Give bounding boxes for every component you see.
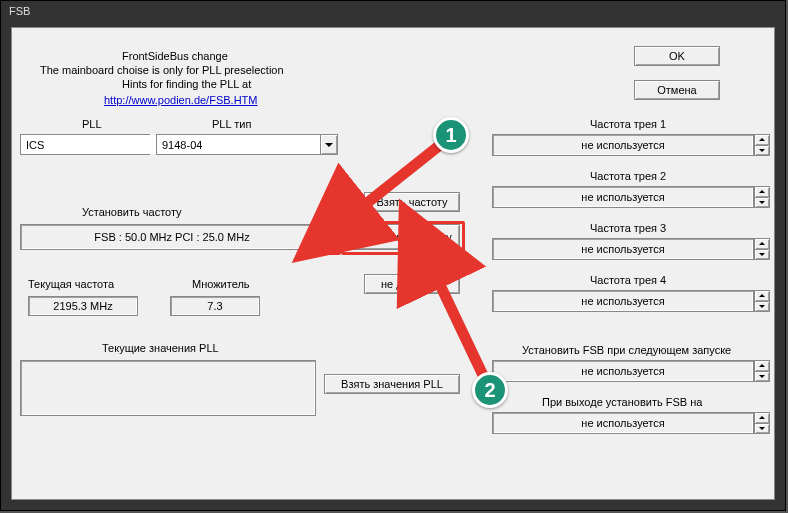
exit-fsb-label: При выходе установить FSB на [542, 396, 702, 408]
spin-up-icon[interactable] [324, 224, 340, 237]
boot-fsb-label: Установить FSB при следующем запуске [522, 344, 731, 356]
header-link[interactable]: http://www.podien.de/FSB.HTM [104, 94, 257, 106]
cur-pll-label: Текущие значения PLL [102, 342, 219, 354]
set-frequency-button[interactable]: Установить частоту [344, 224, 460, 250]
pll-type-combo[interactable] [156, 134, 338, 155]
cur-pll-field [20, 360, 316, 416]
tray2-spinner[interactable] [754, 186, 770, 208]
not-available-button[interactable]: не доступно [364, 274, 460, 294]
window-title: FSB [9, 5, 30, 17]
tray4-spinner[interactable] [754, 290, 770, 312]
pll-combo-value[interactable] [21, 135, 169, 154]
set-freq-label: Установить частоту [82, 206, 182, 218]
tray2-value: не используется [492, 186, 754, 208]
tray3-value: не используется [492, 238, 754, 260]
fsb-value-field: FSB : 50.0 MHz PCI : 25.0 MHz [20, 224, 324, 250]
tray4-value: не используется [492, 290, 754, 312]
pll-type-label: PLL тип [212, 118, 251, 130]
multiplier-value: 7.3 [170, 296, 260, 316]
boot-fsb-value: не используется [492, 360, 754, 382]
pll-label: PLL [82, 118, 102, 130]
header-line3: Hints for finding the PLL at [122, 78, 251, 90]
tray3-spinner[interactable] [754, 238, 770, 260]
fsb-spinner[interactable] [324, 224, 340, 250]
exit-fsb-spinner[interactable] [754, 412, 770, 434]
tray1-value: не используется [492, 134, 754, 156]
spin-down-icon[interactable] [324, 237, 340, 251]
tray4-label: Частота трея 4 [590, 274, 666, 286]
get-frequency-button[interactable]: Взять частоту [364, 192, 460, 212]
get-pll-button[interactable]: Взять значения PLL [324, 374, 460, 394]
pll-type-combo-value[interactable] [157, 135, 320, 154]
pll-combo[interactable] [20, 134, 150, 155]
cur-freq-label: Текущая частота [28, 278, 114, 290]
exit-fsb-value: не используется [492, 412, 754, 434]
tray1-label: Частота трея 1 [590, 118, 666, 130]
tray2-label: Частота трея 2 [590, 170, 666, 182]
boot-fsb-spinner[interactable] [754, 360, 770, 382]
multiplier-label: Множитель [192, 278, 250, 290]
ok-button[interactable]: OK [634, 46, 720, 66]
header-line2: The mainboard choise is only for PLL pre… [40, 64, 284, 76]
tray1-spinner[interactable] [754, 134, 770, 156]
header-line1: FrontSideBus change [122, 50, 228, 62]
cur-freq-value: 2195.3 MHz [28, 296, 138, 316]
tray3-label: Частота трея 3 [590, 222, 666, 234]
chevron-down-icon[interactable] [320, 135, 337, 154]
cancel-button[interactable]: Отмена [634, 80, 720, 100]
